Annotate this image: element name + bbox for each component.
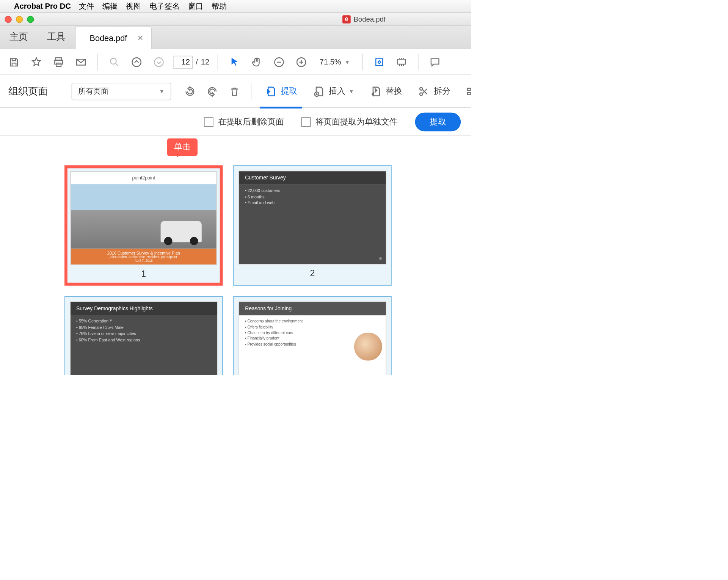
pdf-file-icon: ⎙ (342, 15, 351, 23)
tab-home[interactable]: 主页 (0, 25, 38, 49)
read-mode-icon[interactable] (393, 53, 410, 70)
star-icon[interactable] (28, 53, 44, 70)
organize-title: 组织页面 (8, 85, 48, 98)
rotate-right-icon[interactable] (204, 83, 220, 99)
zoom-in-icon[interactable] (293, 53, 309, 70)
page-thumbnail-4[interactable]: Reasons for Joining • Concerns about the… (233, 296, 391, 375)
replace-label: 替换 (386, 86, 402, 96)
extract-label: 提取 (281, 86, 297, 96)
extract-action[interactable]: 提取 (260, 82, 302, 100)
page-down-icon[interactable] (151, 53, 167, 70)
tab-document-label: Bodea.pdf (90, 33, 127, 43)
select-tool-icon[interactable] (226, 53, 243, 70)
replace-action[interactable]: 替换 (364, 82, 406, 100)
window-close-button[interactable] (5, 16, 12, 23)
tab-close-icon[interactable]: × (138, 33, 143, 44)
svg-rect-5 (56, 63, 61, 66)
rotate-left-icon[interactable] (182, 83, 198, 99)
slide2-title: Customer Survey (239, 171, 386, 184)
insert-label: 插入 (329, 86, 345, 96)
find-icon[interactable] (106, 53, 122, 70)
delete-icon[interactable] (226, 83, 243, 99)
menu-file[interactable]: 文件 (79, 1, 94, 11)
click-callout: 单击 (167, 138, 198, 156)
print-icon[interactable] (50, 53, 67, 70)
save-icon[interactable] (6, 53, 22, 70)
slide3-title: Survey Demographics Highlights (71, 302, 217, 315)
main-toolbar: / 12 71.5% ▼ ••• (0, 49, 471, 75)
split-label: 拆分 (434, 86, 450, 96)
page-up-icon[interactable] (129, 53, 145, 70)
extract-icon (264, 85, 277, 97)
zoom-level-dropdown[interactable]: 71.5% ▼ (315, 56, 354, 68)
svg-point-9 (154, 58, 163, 66)
svg-rect-13 (398, 59, 406, 64)
page-current-input[interactable] (173, 55, 193, 68)
zoom-out-icon[interactable] (271, 53, 287, 70)
delete-after-extract-checkbox[interactable]: 在提取后删除页面 (204, 116, 284, 127)
more-action[interactable]: 更多 ▼ (461, 82, 471, 100)
caret-down-icon: ▼ (349, 88, 354, 94)
svg-rect-18 (468, 92, 471, 94)
caret-down-icon: ▼ (345, 59, 350, 64)
svg-rect-17 (468, 88, 471, 90)
window-title: Bodea.pdf (353, 15, 386, 23)
page-filter-dropdown[interactable]: 所有页面 ▼ (72, 82, 171, 100)
extract-button[interactable]: 提取 (415, 112, 461, 131)
page-thumbnail-1[interactable]: point2point 2016 Customer Survey & Incen… (64, 165, 223, 286)
email-icon[interactable] (73, 53, 89, 70)
replace-icon (369, 85, 382, 97)
zoom-level-value: 71.5% (320, 58, 341, 66)
thumb-number: 1 (71, 265, 217, 280)
insert-action[interactable]: 插入 ▼ (308, 82, 359, 100)
slide1-sub: Alex Seden, Senior Vice President, point… (73, 255, 214, 259)
delete-after-label: 在提取后删除页面 (218, 116, 284, 127)
extract-as-separate-checkbox[interactable]: 将页面提取为单独文件 (301, 116, 398, 127)
svg-point-7 (110, 58, 116, 64)
tab-tools[interactable]: 工具 (38, 25, 75, 49)
thumbnails-area[interactable]: 单击 point2point 2016 Customer Survey & In… (0, 136, 471, 375)
page-filter-label: 所有页面 (78, 86, 108, 96)
fit-mode-icon[interactable] (371, 53, 387, 70)
tab-document[interactable]: Bodea.pdf × (75, 27, 152, 49)
page-sep: / (196, 58, 198, 66)
mac-menubar: Acrobat Pro DC 文件 编辑 视图 电子签名 窗口 帮助 (0, 0, 471, 13)
slide1-title: 2016 Customer Survey & Incentive Plan (73, 251, 214, 255)
app-menu-name[interactable]: Acrobat Pro DC (14, 2, 71, 11)
svg-point-8 (132, 58, 141, 66)
more-icon (465, 85, 471, 97)
svg-rect-12 (376, 58, 383, 65)
window-titlebar: ⎙ Bodea.pdf (0, 13, 471, 26)
page-thumbnail-2[interactable]: Customer Survey • 22,000 customers • 6 m… (233, 165, 391, 286)
split-action[interactable]: 拆分 (413, 82, 455, 100)
slide-logo-text: point2point (71, 172, 216, 184)
slide1-date: April 7, 2016 (73, 259, 214, 262)
thumb-number: 2 (238, 264, 386, 279)
hand-tool-icon[interactable] (249, 53, 265, 70)
tab-bar: 主页 工具 Bodea.pdf × (0, 26, 471, 49)
split-icon (417, 85, 430, 97)
organize-toolbar: 组织页面 所有页面 ▼ 提取 插入 ▼ 替换 拆分 更多 ▼ (0, 75, 471, 108)
menu-window[interactable]: 窗口 (188, 1, 203, 11)
extract-as-separate-label: 将页面提取为单独文件 (315, 116, 397, 127)
slide4-title: Reasons for Joining (239, 302, 386, 315)
caret-down-icon: ▼ (159, 88, 165, 94)
window-minimize-button[interactable] (16, 16, 23, 23)
menu-esign[interactable]: 电子签名 (149, 1, 180, 11)
page-total: 12 (201, 58, 209, 66)
extract-options-bar: 在提取后删除页面 将页面提取为单独文件 提取 取消 (0, 108, 471, 136)
insert-icon (312, 85, 325, 97)
menu-help[interactable]: 帮助 (212, 1, 227, 11)
menu-view[interactable]: 视图 (126, 1, 141, 11)
comment-icon[interactable] (427, 53, 443, 70)
window-zoom-button[interactable] (27, 16, 34, 23)
menu-edit[interactable]: 编辑 (102, 1, 118, 11)
page-thumbnail-3[interactable]: Survey Demographics Highlights • 55% Gen… (64, 296, 223, 375)
